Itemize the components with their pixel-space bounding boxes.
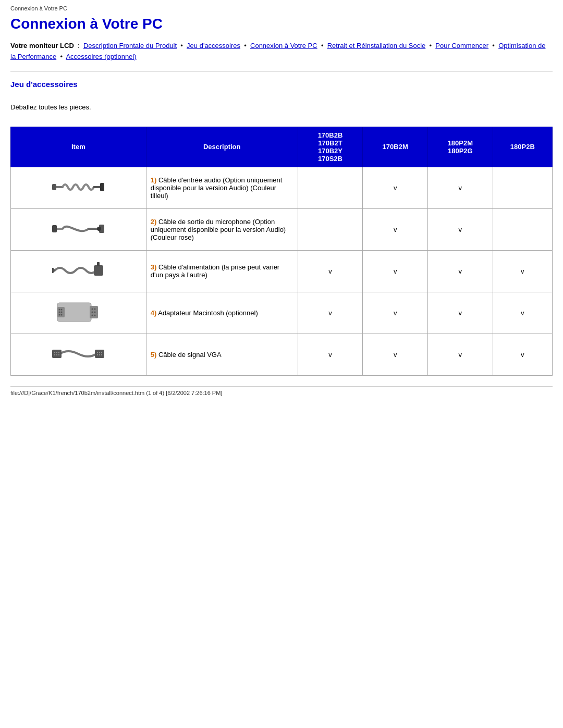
svg-point-8	[97, 227, 101, 231]
desc-1: 1) Câble d'entrée audio (Option uniqueme…	[146, 167, 298, 208]
header-col2: 170B2M	[363, 127, 428, 167]
svg-point-29	[54, 352, 55, 353]
svg-rect-6	[52, 225, 57, 232]
item-number-5: 5)	[151, 351, 157, 359]
svg-point-36	[97, 352, 98, 353]
svg-point-31	[58, 352, 59, 353]
cable-vga-icon	[52, 338, 104, 369]
svg-point-39	[97, 354, 98, 355]
item-number-4: 4)	[151, 309, 157, 317]
intro-text: Déballez toutes les pièces.	[10, 103, 553, 111]
svg-point-34	[58, 354, 59, 355]
row3-col2: v	[363, 250, 428, 292]
svg-point-22	[92, 308, 93, 310]
accessories-table: Item Description 170B2B170B2T170B2Y170S2…	[10, 127, 553, 376]
row2-col3: v	[428, 208, 493, 250]
svg-rect-9	[94, 265, 103, 276]
header-col1: 170B2B170B2T170B2Y170S2B	[298, 127, 363, 167]
section-title: Jeu d'accessoires	[10, 80, 553, 89]
row5-col2: v	[363, 334, 428, 375]
row2-col1	[298, 208, 363, 250]
row1-col2: v	[363, 167, 428, 208]
svg-point-26	[92, 314, 93, 316]
svg-rect-28	[52, 350, 62, 358]
nav-link-description[interactable]: Description Frontale du Produit	[83, 42, 177, 50]
row3-col1: v	[298, 250, 363, 292]
svg-rect-2	[52, 184, 56, 190]
desc-3: 3) Câble d'alimentation (la prise peut v…	[146, 250, 298, 292]
item-image-1	[11, 167, 146, 208]
nav-links: Votre moniteur LCD : Description Frontal…	[10, 41, 553, 63]
svg-point-19	[59, 314, 60, 315]
nav-link-accessories[interactable]: Jeu d'accessoires	[187, 42, 240, 50]
nav-link-connexion[interactable]: Connexion à Votre PC	[250, 42, 317, 50]
svg-point-40	[99, 354, 100, 355]
table-row: 3) Câble d'alimentation (la prise peut v…	[11, 250, 553, 292]
item-image-2	[11, 208, 146, 250]
svg-point-24	[92, 311, 93, 313]
svg-rect-3	[100, 183, 104, 191]
svg-point-23	[94, 308, 96, 310]
row3-col4: v	[493, 250, 552, 292]
desc-2: 2) Câble de sortie du microphone (Option…	[146, 208, 298, 250]
row1-col3: v	[428, 167, 493, 208]
table-row: 5) Câble de signal VGA v v v v	[11, 334, 553, 375]
header-col3: 180P2M180P2G	[428, 127, 493, 167]
svg-point-15	[59, 309, 60, 310]
row4-col1: v	[298, 292, 363, 334]
svg-point-27	[94, 314, 96, 316]
page-title: Connexion à Votre PC	[10, 16, 553, 32]
svg-point-41	[101, 354, 102, 355]
row2-col4	[493, 208, 552, 250]
item-image-5	[11, 334, 146, 375]
cable-audio-icon	[52, 171, 104, 203]
item-number-3: 3)	[151, 263, 157, 271]
header-item: Item	[11, 127, 146, 167]
nav-link-commencer[interactable]: Pour Commencer	[435, 42, 488, 50]
table-row: 4) Adaptateur Macintosh (optionnel) v v …	[11, 292, 553, 334]
row4-col4: v	[493, 292, 552, 334]
row4-col3: v	[428, 292, 493, 334]
svg-point-38	[101, 352, 102, 353]
row5-col1: v	[298, 334, 363, 375]
row2-col2: v	[363, 208, 428, 250]
svg-point-20	[61, 314, 63, 315]
svg-point-16	[61, 309, 63, 310]
footer-bar: file:///D|/Grace/K1/french/170b2m/instal…	[10, 386, 553, 396]
table-row: 1) Câble d'entrée audio (Option uniqueme…	[11, 167, 553, 208]
cable-power-icon	[52, 255, 104, 286]
svg-point-33	[56, 354, 57, 355]
item-number-2: 2)	[151, 218, 157, 226]
desc-4: 4) Adaptateur Macintosh (optionnel)	[146, 292, 298, 334]
svg-rect-10	[97, 262, 100, 266]
svg-point-17	[59, 311, 60, 313]
nav-divider	[10, 71, 553, 71]
row1-col4	[493, 167, 552, 208]
desc-5: 5) Câble de signal VGA	[146, 334, 298, 375]
row5-col3: v	[428, 334, 493, 375]
nav-link-retrait[interactable]: Retrait et Réinstallation du Socle	[327, 42, 426, 50]
row4-col2: v	[363, 292, 428, 334]
svg-point-32	[54, 354, 55, 355]
svg-point-18	[61, 311, 63, 313]
adapter-macintosh-icon	[52, 297, 104, 328]
header-description: Description	[146, 127, 298, 167]
header-col4: 180P2B	[493, 127, 552, 167]
nav-link-optionnel[interactable]: Accessoires (optionnel)	[66, 53, 136, 60]
svg-point-25	[94, 311, 96, 313]
row3-col3: v	[428, 250, 493, 292]
svg-rect-21	[90, 306, 98, 318]
svg-point-30	[56, 352, 57, 353]
item-number-1: 1)	[151, 176, 157, 184]
table-row: 2) Câble de sortie du microphone (Option…	[11, 208, 553, 250]
item-image-4	[11, 292, 146, 334]
svg-rect-35	[95, 350, 104, 358]
row5-col4: v	[493, 334, 552, 375]
browser-tab: Connexion à Votre PC	[10, 5, 553, 11]
svg-point-37	[99, 352, 100, 353]
monitor-label: Votre moniteur LCD	[10, 42, 74, 50]
row1-col1	[298, 167, 363, 208]
cable-microphone-icon	[52, 213, 104, 244]
item-image-3	[11, 250, 146, 292]
